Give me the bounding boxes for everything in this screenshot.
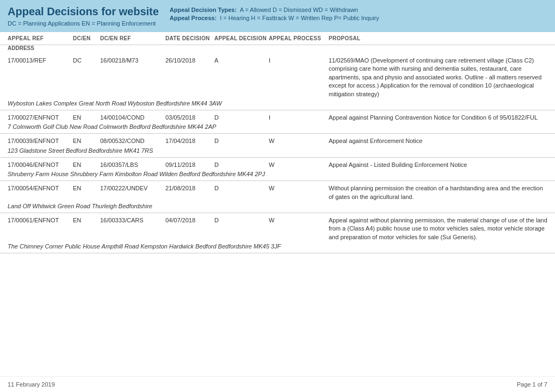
cell-appeal-dec-5: D: [214, 216, 269, 241]
cell-dcen-ref-5: 16/00333/CARS: [100, 216, 165, 241]
cell-dcen-1: EN: [73, 114, 100, 122]
record-main-4: 17/00054/ENFNOT EN 17/00222/UNDEV 21/08/…: [8, 184, 547, 201]
cell-dcen-ref-3: 16/00357/LBS: [100, 161, 165, 169]
process-value: I = Hearing H = Fasttrack W = Written Re…: [220, 15, 379, 21]
cell-ref-0: 17/00013/REF: [8, 57, 73, 98]
record-main-5: 17/00061/ENFNOT EN 16/00333/CARS 04/07/2…: [8, 216, 547, 241]
col-header-date: DATE DECISION: [165, 35, 214, 41]
table-row: 17/00046/ENFNOT EN 16/00357/LBS 09/11/20…: [0, 158, 555, 181]
col-header-dc-en-ref: DC/EN REF: [100, 35, 165, 41]
record-address-4: Land Off Whitwick Green Road Thurleigh B…: [8, 203, 547, 209]
decision-types-line: Appeal Decision Types: A = Allowed D = D…: [170, 7, 547, 13]
col-header-proposal: PROPOSAL: [329, 35, 547, 41]
col-header-appeal-decision: APPEAL DECISION: [214, 35, 269, 41]
table-row: 17/00013/REF DC 16/00218/M73 26/10/2018 …: [0, 53, 555, 110]
cell-dcen-5: EN: [73, 216, 100, 241]
cell-ref-3: 17/00046/ENFNOT: [8, 161, 73, 169]
cell-ref-4: 17/00054/ENFNOT: [8, 184, 73, 201]
decision-types-label: Appeal Decision Types:: [170, 7, 237, 13]
cell-appeal-dec-2: D: [214, 137, 269, 145]
column-headers: APPEAL REF DC/EN DC/EN REF DATE DECISION…: [0, 32, 555, 45]
cell-ref-1: 17/00027/ENFNOT: [8, 114, 73, 122]
record-address-5: The Chimney Corner Public House Ampthill…: [8, 243, 547, 250]
record-address-2: 123 Gladstone Street Bedford Bedfordshir…: [8, 147, 547, 154]
cell-dcen-2: EN: [73, 137, 100, 145]
record-main-2: 17/00039/ENFNOT EN 08/00532/COND 17/04/2…: [8, 137, 547, 145]
cell-dcen-4: EN: [73, 184, 100, 201]
cell-ref-2: 17/00039/ENFNOT: [8, 137, 73, 145]
col-header-address: ADDRESS: [8, 45, 34, 51]
page-header: Appeal Decisions for website DC = Planni…: [0, 0, 555, 32]
cell-dcen-0: DC: [73, 57, 100, 98]
header-right: Appeal Decision Types: A = Allowed D = D…: [170, 5, 547, 23]
table-row: 17/00039/ENFNOT EN 08/00532/COND 17/04/2…: [0, 134, 555, 157]
cell-proposal-4: Without planning permission the creation…: [329, 184, 547, 201]
cell-date-3: 09/11/2018: [165, 161, 214, 169]
process-line: Appeal Process: I = Hearing H = Fasttrac…: [170, 15, 547, 21]
cell-proposal-5: Appeal against without planning permissi…: [329, 216, 547, 241]
header-subtitle: DC = Planning Applications EN = Planning…: [8, 20, 159, 27]
col-header-appeal-process: APPEAL PROCESS: [269, 35, 329, 41]
cell-appeal-proc-2: W: [269, 137, 329, 145]
cell-date-2: 17/04/2018: [165, 137, 214, 145]
table-row: 17/00054/ENFNOT EN 17/00222/UNDEV 21/08/…: [0, 181, 555, 213]
page-footer: 11 February 2019 Page 1 of 7: [0, 376, 555, 392]
footer-page: Page 1 of 7: [517, 381, 547, 388]
cell-date-1: 03/05/2018: [165, 114, 214, 122]
cell-appeal-proc-1: I: [269, 114, 329, 122]
table-row: 17/00027/ENFNOT EN 14/00104/COND 03/05/2…: [0, 110, 555, 134]
cell-appeal-proc-5: W: [269, 216, 329, 241]
record-main-1: 17/00027/ENFNOT EN 14/00104/COND 03/05/2…: [8, 114, 547, 122]
cell-appeal-dec-0: A: [214, 57, 269, 98]
cell-appeal-dec-1: D: [214, 114, 269, 122]
cell-appeal-proc-3: W: [269, 161, 329, 169]
footer-date: 11 February 2019: [8, 381, 55, 388]
cell-date-4: 21/08/2018: [165, 184, 214, 201]
record-address-1: 7 Colmworth Golf Club New Road Colmworth…: [8, 123, 547, 130]
cell-date-0: 26/10/2018: [165, 57, 214, 98]
header-left: Appeal Decisions for website DC = Planni…: [8, 5, 159, 27]
cell-proposal-3: Appeal Against - Listed Building Enforce…: [329, 161, 547, 169]
record-main-0: 17/00013/REF DC 16/00218/M73 26/10/2018 …: [8, 57, 547, 98]
cell-ref-5: 17/00061/ENFNOT: [8, 216, 73, 241]
cell-date-5: 04/07/2018: [165, 216, 214, 241]
record-address-0: Wyboston Lakes Complex Great North Road …: [8, 100, 547, 107]
cell-dcen-ref-4: 17/00222/UNDEV: [100, 184, 165, 201]
process-label: Appeal Process:: [170, 15, 217, 21]
address-col-header-row: ADDRESS: [0, 45, 555, 53]
record-address-3: Shruberry Farm House Shrubbery Farm Kimb…: [8, 171, 547, 177]
cell-proposal-0: 11/02569/MAO (Development of continuing …: [329, 57, 547, 98]
cell-proposal-2: Appeal against Enforcement Notice: [329, 137, 547, 145]
cell-appeal-dec-3: D: [214, 161, 269, 169]
record-main-3: 17/00046/ENFNOT EN 16/00357/LBS 09/11/20…: [8, 161, 547, 169]
decision-types-value: A = Allowed D = Dismissed WD = Withdrawn: [240, 7, 358, 13]
page-title: Appeal Decisions for website: [8, 5, 159, 18]
cell-dcen-ref-0: 16/00218/M73: [100, 57, 165, 98]
cell-dcen-3: EN: [73, 161, 100, 169]
cell-appeal-proc-4: W: [269, 184, 329, 201]
cell-dcen-ref-1: 14/00104/COND: [100, 114, 165, 122]
records-container: 17/00013/REF DC 16/00218/M73 26/10/2018 …: [0, 53, 555, 253]
cell-appeal-proc-0: I: [269, 57, 329, 98]
cell-dcen-ref-2: 08/00532/COND: [100, 137, 165, 145]
cell-proposal-1: Appeal against Planning Contravention No…: [329, 114, 547, 122]
table-row: 17/00061/ENFNOT EN 16/00333/CARS 04/07/2…: [0, 213, 555, 253]
col-header-dc-en: DC/EN: [73, 35, 100, 41]
col-header-appeal-ref: APPEAL REF: [8, 35, 73, 41]
cell-appeal-dec-4: D: [214, 184, 269, 201]
